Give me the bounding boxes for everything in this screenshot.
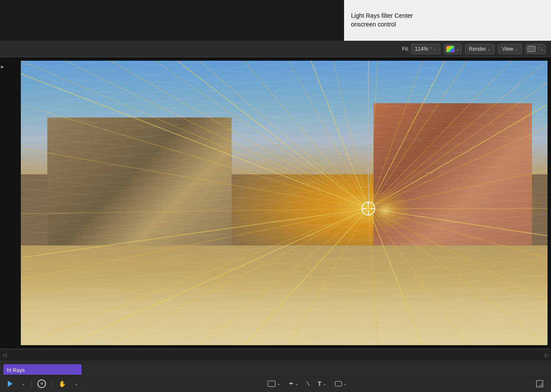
play-options-btn[interactable]: ⌄ bbox=[19, 379, 27, 388]
ruler-mark: ▶ bbox=[0, 64, 5, 69]
view-btn[interactable]: View ⌄ bbox=[498, 44, 522, 54]
pen-chevron-icon: ⌄ bbox=[295, 381, 298, 386]
text-chevron-icon: ⌄ bbox=[323, 381, 326, 386]
divider-1 bbox=[31, 379, 31, 388]
expand-icon bbox=[536, 380, 543, 387]
bottom-toolbar: ⌄ ⊕ ✋ ⌄ ⌄ ✒ ⌄ / T bbox=[0, 375, 551, 392]
play-button[interactable] bbox=[5, 379, 15, 389]
canvas-area: + ▶ bbox=[0, 57, 551, 349]
viewer-toolbar: Fit: 114% ⌃⌄ ⌄ Render ⌄ View ⌄ ⌃⌄ bbox=[0, 41, 551, 57]
scrubber-left-handle[interactable]: ◁ bbox=[0, 349, 9, 361]
color-swatch-icon bbox=[446, 46, 455, 52]
connector-vertical-line bbox=[368, 61, 369, 209]
shape-chevron-icon: ⌄ bbox=[343, 381, 347, 386]
window-mode-btn[interactable]: ⌃⌄ bbox=[525, 44, 546, 54]
orbit-tool-btn[interactable]: ⊕ bbox=[35, 378, 49, 390]
hand-chevron-icon: ⌄ bbox=[75, 381, 78, 386]
mask-icon bbox=[268, 381, 276, 387]
pen-tool-btn[interactable]: ✒ ⌄ bbox=[286, 379, 301, 389]
video-frame: + bbox=[21, 61, 548, 345]
pen-icon: ✒ bbox=[289, 380, 294, 387]
shape-icon bbox=[335, 381, 342, 386]
render-chevron-icon: ⌄ bbox=[487, 47, 491, 51]
fit-chevron-icon: ⌃⌄ bbox=[430, 47, 436, 51]
left-ruler: ▶ bbox=[0, 61, 20, 345]
hand-options-btn[interactable]: ⌄ bbox=[72, 379, 81, 388]
fit-control: Fit: 114% ⌃⌄ bbox=[402, 44, 440, 54]
render-control: Render ⌄ bbox=[465, 44, 495, 54]
callout-text: Light Rays filter Center onscreen contro… bbox=[351, 12, 413, 29]
expand-btn[interactable] bbox=[534, 379, 546, 389]
color-lut-control: ⌄ bbox=[444, 44, 462, 54]
view-chevron-icon: ⌄ bbox=[515, 47, 518, 51]
render-btn[interactable]: Render ⌄ bbox=[465, 44, 495, 54]
window-chevron-icon: ⌃⌄ bbox=[537, 47, 544, 51]
window-icon bbox=[528, 46, 535, 52]
shape-tool-btn[interactable]: ⌄ bbox=[332, 379, 349, 388]
color-chevron-icon: ⌄ bbox=[456, 47, 459, 51]
divider-2 bbox=[52, 379, 52, 388]
fit-label: Fit: bbox=[402, 46, 409, 52]
play-icon bbox=[8, 381, 13, 387]
window-control: ⌃⌄ bbox=[525, 44, 546, 54]
view-control: View ⌄ bbox=[498, 44, 522, 54]
line-icon: / bbox=[305, 380, 312, 387]
center-point-marker[interactable]: + bbox=[361, 202, 375, 216]
hand-tool-btn[interactable]: ✋ bbox=[56, 379, 69, 389]
callout-annotation: Light Rays filter Center onscreen contro… bbox=[344, 0, 551, 41]
scrubber-right-handle[interactable]: ▷ bbox=[542, 349, 551, 361]
motion-blur-overlay bbox=[21, 61, 548, 345]
hand-icon: ✋ bbox=[59, 380, 66, 387]
mask-tool-btn[interactable]: ⌄ bbox=[265, 379, 283, 389]
text-tool-btn[interactable]: T ⌄ bbox=[315, 379, 329, 389]
orbit-icon: ⊕ bbox=[37, 379, 46, 388]
timeline-area: ◁ ▷ ht Rays ⌄ ⊕ ✋ ⌄ bbox=[0, 349, 551, 392]
play-chevron-icon: ⌄ bbox=[21, 381, 25, 386]
timeline-scrubber[interactable]: ◁ ▷ bbox=[0, 349, 551, 361]
mask-chevron-icon: ⌄ bbox=[277, 381, 280, 386]
color-lut-btn[interactable]: ⌄ bbox=[444, 44, 462, 54]
clip-label: ht Rays bbox=[7, 367, 25, 373]
line-tool-btn[interactable]: / bbox=[305, 378, 312, 389]
text-icon: T bbox=[318, 380, 321, 387]
fit-value-btn[interactable]: 114% ⌃⌄ bbox=[411, 44, 440, 54]
crosshair-plus-icon: + bbox=[361, 202, 375, 216]
